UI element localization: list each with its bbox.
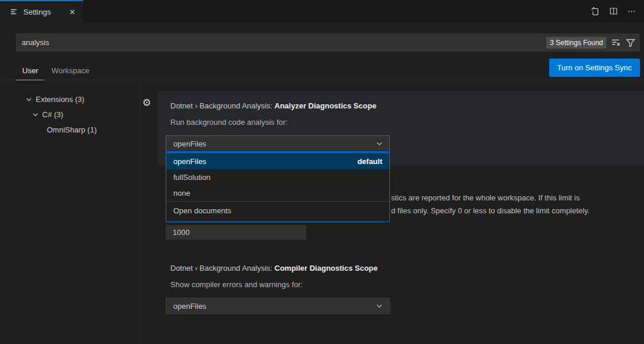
option-label: openFiles xyxy=(173,157,206,166)
tree-item-omnisharp[interactable]: OmniSharp (1) xyxy=(0,122,139,137)
chevron-down-icon xyxy=(375,139,383,148)
dropdown-option-detail: Open documents xyxy=(166,202,389,222)
filter-icon[interactable] xyxy=(626,38,635,47)
search-toolbar xyxy=(611,38,635,47)
settings-editor-window: Settings ✕ xyxy=(0,0,644,344)
compiler-scope-select[interactable]: openFiles xyxy=(166,298,390,314)
max-files-description-line1: stics are reported for the whole workspa… xyxy=(391,193,644,202)
select-value: openFiles xyxy=(173,302,206,311)
tab-title: Settings xyxy=(23,8,51,16)
split-editor-icon[interactable] xyxy=(607,5,620,18)
analyzer-scope-dropdown: openFiles default fullSolution none Open… xyxy=(166,152,390,222)
default-badge: default xyxy=(357,157,382,166)
chevron-down-icon xyxy=(25,96,33,103)
tree-item-extensions[interactable]: Extensions (3) xyxy=(0,91,139,107)
gear-icon[interactable]: ⚙ xyxy=(142,97,151,109)
select-value: openFiles xyxy=(173,139,206,148)
sidebar-divider[interactable] xyxy=(139,80,140,344)
tree-item-label: Extensions (3) xyxy=(36,95,84,104)
tab-workspace-label: Workspace xyxy=(52,66,90,75)
dropdown-option-openfiles[interactable]: openFiles default xyxy=(166,153,389,169)
settings-search-box: 3 Settings Found xyxy=(16,33,640,52)
setting-label: Compiler Diagnostics Scope xyxy=(275,264,378,273)
analyzer-scope-select[interactable]: openFiles xyxy=(166,135,390,152)
tab-workspace[interactable]: Workspace xyxy=(45,61,96,80)
clear-search-results-icon[interactable] xyxy=(611,38,621,47)
setting-title-compiler-scope: Dotnet › Background Analysis: Compiler D… xyxy=(170,264,378,273)
option-label: fullSolution xyxy=(173,173,211,182)
open-settings-json-icon[interactable] xyxy=(588,5,602,18)
more-actions-icon[interactable] xyxy=(625,5,638,18)
setting-description: Show compiler errors and warnings for: xyxy=(170,280,303,289)
results-count-badge: 3 Settings Found xyxy=(546,37,607,49)
search-input[interactable] xyxy=(22,38,546,47)
settings-tree: Extensions (3) C# (3) OmniSharp (1) xyxy=(0,91,139,137)
chevron-down-icon xyxy=(32,111,39,118)
setting-title-analyzer-scope: Dotnet › Background Analysis: Analyzer D… xyxy=(170,101,376,110)
tab-settings[interactable]: Settings ✕ xyxy=(0,0,83,22)
tab-user-label: User xyxy=(22,66,38,75)
tree-item-csharp[interactable]: C# (3) xyxy=(0,107,139,122)
max-files-description-line2: d files only. Specify 0 or less to disab… xyxy=(391,206,644,215)
setting-label: Analyzer Diagnostics Scope xyxy=(275,101,376,110)
dropdown-option-fullsolution[interactable]: fullSolution xyxy=(166,169,389,185)
tab-user[interactable]: User xyxy=(16,61,44,80)
dropdown-option-none[interactable]: none xyxy=(166,185,389,201)
tree-item-label: C# (3) xyxy=(42,110,63,119)
settings-list-icon xyxy=(10,8,18,16)
setting-description: Run background code analysis for: xyxy=(170,118,287,127)
option-label: none xyxy=(173,189,190,197)
tree-item-label: OmniSharp (1) xyxy=(47,125,97,134)
setting-category: Dotnet › Background Analysis: xyxy=(170,264,275,273)
close-icon[interactable]: ✕ xyxy=(67,7,77,17)
scope-toolbar: User Workspace Turn on Settings Sync xyxy=(0,59,644,80)
turn-on-settings-sync-button[interactable]: Turn on Settings Sync xyxy=(549,59,640,77)
tab-strip: Settings ✕ xyxy=(0,0,644,22)
setting-category: Dotnet › Background Analysis: xyxy=(170,101,275,110)
chevron-down-icon xyxy=(375,302,383,310)
max-files-input[interactable] xyxy=(166,225,306,240)
editor-actions xyxy=(588,0,638,22)
